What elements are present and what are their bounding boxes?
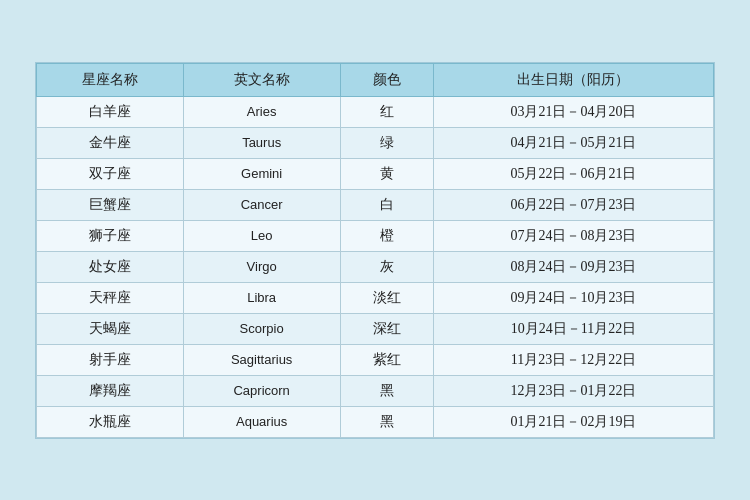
header-en-name: 英文名称 — [183, 63, 340, 96]
cell-en-name: Sagittarius — [183, 344, 340, 375]
cell-en-name: Cancer — [183, 189, 340, 220]
cell-zh-name: 双子座 — [37, 158, 184, 189]
cell-zh-name: 巨蟹座 — [37, 189, 184, 220]
cell-date-range: 12月23日－01月22日 — [433, 375, 713, 406]
cell-en-name: Taurus — [183, 127, 340, 158]
cell-color: 绿 — [340, 127, 433, 158]
cell-color: 深红 — [340, 313, 433, 344]
table-row: 金牛座Taurus绿04月21日－05月21日 — [37, 127, 714, 158]
table-row: 摩羯座Capricorn黑12月23日－01月22日 — [37, 375, 714, 406]
cell-date-range: 06月22日－07月23日 — [433, 189, 713, 220]
cell-date-range: 11月23日－12月22日 — [433, 344, 713, 375]
cell-en-name: Virgo — [183, 251, 340, 282]
cell-color: 黑 — [340, 375, 433, 406]
cell-en-name: Aquarius — [183, 406, 340, 437]
cell-en-name: Libra — [183, 282, 340, 313]
cell-en-name: Gemini — [183, 158, 340, 189]
header-zh-name: 星座名称 — [37, 63, 184, 96]
cell-color: 白 — [340, 189, 433, 220]
cell-en-name: Leo — [183, 220, 340, 251]
header-color: 颜色 — [340, 63, 433, 96]
cell-color: 灰 — [340, 251, 433, 282]
cell-color: 橙 — [340, 220, 433, 251]
cell-zh-name: 狮子座 — [37, 220, 184, 251]
table-row: 处女座Virgo灰08月24日－09月23日 — [37, 251, 714, 282]
cell-date-range: 01月21日－02月19日 — [433, 406, 713, 437]
cell-date-range: 03月21日－04月20日 — [433, 96, 713, 127]
table-header-row: 星座名称 英文名称 颜色 出生日期（阳历） — [37, 63, 714, 96]
table-row: 双子座Gemini黄05月22日－06月21日 — [37, 158, 714, 189]
zodiac-table: 星座名称 英文名称 颜色 出生日期（阳历） 白羊座Aries红03月21日－04… — [36, 63, 714, 438]
cell-zh-name: 摩羯座 — [37, 375, 184, 406]
cell-date-range: 07月24日－08月23日 — [433, 220, 713, 251]
cell-en-name: Scorpio — [183, 313, 340, 344]
cell-zh-name: 金牛座 — [37, 127, 184, 158]
table-row: 水瓶座Aquarius黑01月21日－02月19日 — [37, 406, 714, 437]
table-row: 射手座Sagittarius紫红11月23日－12月22日 — [37, 344, 714, 375]
table-row: 天蝎座Scorpio深红10月24日－11月22日 — [37, 313, 714, 344]
cell-color: 紫红 — [340, 344, 433, 375]
zodiac-table-container: 星座名称 英文名称 颜色 出生日期（阳历） 白羊座Aries红03月21日－04… — [35, 62, 715, 439]
table-row: 狮子座Leo橙07月24日－08月23日 — [37, 220, 714, 251]
cell-zh-name: 水瓶座 — [37, 406, 184, 437]
cell-zh-name: 射手座 — [37, 344, 184, 375]
cell-zh-name: 处女座 — [37, 251, 184, 282]
table-body: 白羊座Aries红03月21日－04月20日金牛座Taurus绿04月21日－0… — [37, 96, 714, 437]
cell-color: 黑 — [340, 406, 433, 437]
table-row: 白羊座Aries红03月21日－04月20日 — [37, 96, 714, 127]
cell-zh-name: 白羊座 — [37, 96, 184, 127]
cell-en-name: Aries — [183, 96, 340, 127]
cell-zh-name: 天秤座 — [37, 282, 184, 313]
cell-en-name: Capricorn — [183, 375, 340, 406]
cell-date-range: 09月24日－10月23日 — [433, 282, 713, 313]
cell-zh-name: 天蝎座 — [37, 313, 184, 344]
cell-date-range: 04月21日－05月21日 — [433, 127, 713, 158]
cell-date-range: 05月22日－06月21日 — [433, 158, 713, 189]
cell-date-range: 08月24日－09月23日 — [433, 251, 713, 282]
cell-color: 红 — [340, 96, 433, 127]
table-row: 巨蟹座Cancer白06月22日－07月23日 — [37, 189, 714, 220]
table-row: 天秤座Libra淡红09月24日－10月23日 — [37, 282, 714, 313]
cell-date-range: 10月24日－11月22日 — [433, 313, 713, 344]
cell-color: 黄 — [340, 158, 433, 189]
header-date-range: 出生日期（阳历） — [433, 63, 713, 96]
cell-color: 淡红 — [340, 282, 433, 313]
